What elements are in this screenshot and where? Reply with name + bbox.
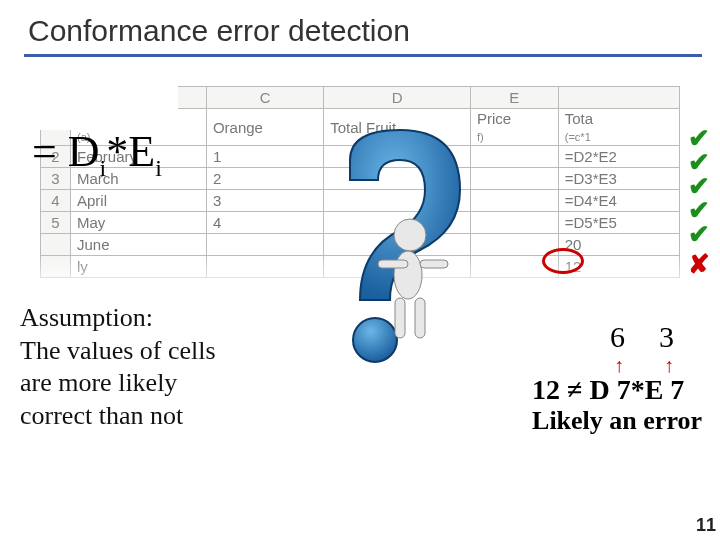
svg-point-1 [394, 219, 426, 251]
formula: = Di*Ei [32, 126, 162, 182]
hdr-total: Tota(=c*1 [558, 109, 679, 146]
assumption-l1: Assumption: [20, 302, 300, 335]
svg-rect-5 [395, 298, 405, 338]
formula-mid: *E [106, 127, 155, 176]
cell: =D5*E5 [558, 212, 679, 234]
col-c: C [206, 87, 323, 109]
arrows: ↑ ↑ [608, 354, 720, 374]
rh: 5 [41, 212, 71, 234]
cell: =D3*E3 [558, 168, 679, 190]
col-d: D [324, 87, 471, 109]
title-underline [24, 54, 702, 57]
svg-rect-6 [415, 298, 425, 338]
svg-point-0 [353, 318, 397, 362]
conformance-marks: ✔ ✔ ✔ ✔ ✔ ✘ [688, 126, 710, 276]
hdr-total-s: (=c*1 [565, 131, 591, 143]
assumption-l3: are more likely [20, 367, 300, 400]
hdr-total-t: Tota [565, 110, 593, 127]
formula-overlay: = Di*Ei [12, 60, 178, 130]
rh [41, 234, 71, 256]
rh: 4 [41, 190, 71, 212]
formula-lhs: = D [32, 127, 100, 176]
col-f [558, 87, 679, 109]
page-number: 11 [696, 515, 716, 536]
cell: May [71, 212, 207, 234]
svg-point-2 [394, 251, 422, 299]
value-e7: 3 [659, 320, 674, 353]
svg-rect-3 [378, 260, 408, 268]
cell: =D4*E4 [558, 190, 679, 212]
value-d7: 6 [610, 320, 625, 353]
cell: April [71, 190, 207, 212]
cell: =D2*E2 [558, 146, 679, 168]
likely-error-line: Likely an error [532, 406, 702, 436]
formula-sub-i2: i [155, 155, 162, 181]
slide-title: Conformance error detection [0, 0, 720, 54]
error-circle-annotation [542, 248, 584, 274]
error-equation-block: 63 ↑ ↑ 12 ≠ D 7*E 7 Likely an error [532, 320, 702, 436]
arrow-up-icon: ↑ [614, 354, 624, 377]
inferred-values: 63 [610, 320, 720, 354]
cross-icon: ✘ [688, 252, 710, 276]
arrow-up-icon: ↑ [664, 354, 674, 377]
assumption-l4: correct than not [20, 400, 300, 433]
col-e: E [470, 87, 558, 109]
inequality-line: 12 ≠ D 7*E 7 [532, 374, 702, 406]
svg-rect-4 [420, 260, 448, 268]
cell: June [71, 234, 207, 256]
check-icon: ✔ [688, 222, 710, 246]
assumption-l2: The values of cells [20, 335, 300, 368]
assumption-text: Assumption: The values of cells are more… [20, 300, 300, 500]
